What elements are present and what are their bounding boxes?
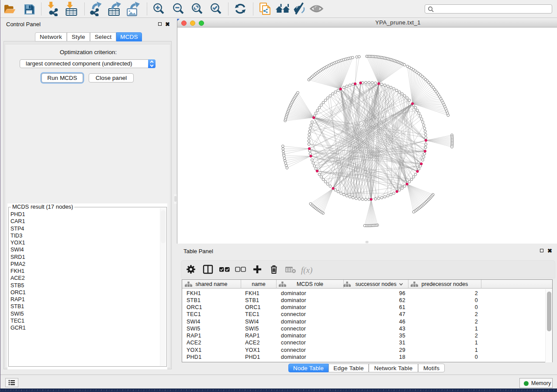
svg-text:f(x): f(x) [301, 265, 312, 275]
